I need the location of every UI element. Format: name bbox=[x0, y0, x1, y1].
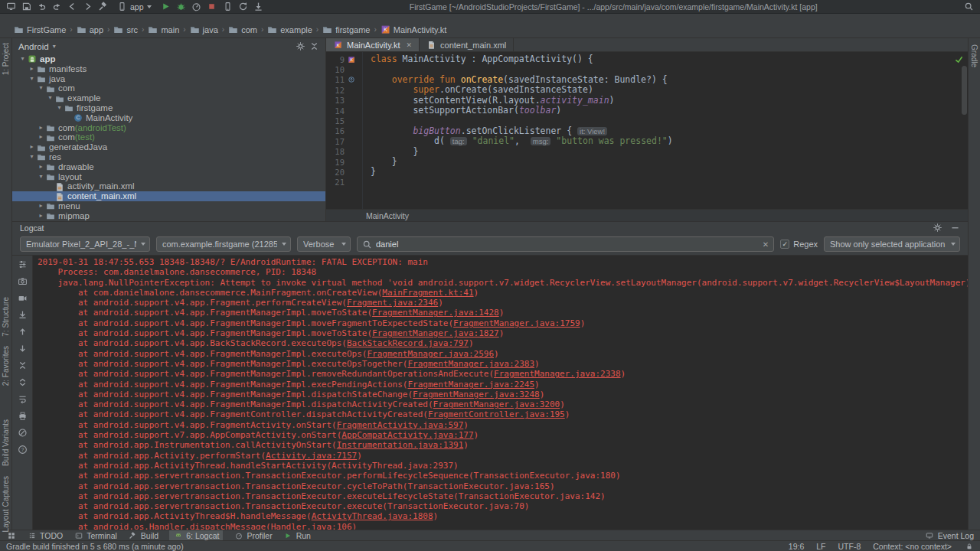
editor-tab-content-main-xml[interactable]: content_main.xml bbox=[420, 38, 514, 51]
save-icon[interactable] bbox=[21, 2, 31, 11]
tree-item-firstgame[interactable]: ▾firstgame bbox=[12, 103, 325, 113]
stacktrace-link[interactable]: Instrumentation.java:1391 bbox=[337, 440, 464, 450]
close-tab-icon[interactable]: ✕ bbox=[406, 41, 412, 49]
avd-icon[interactable] bbox=[223, 2, 233, 11]
project-view-selector[interactable]: Android bbox=[18, 42, 49, 51]
settings-icon[interactable] bbox=[18, 259, 28, 269]
stripe-button-2-favorites[interactable]: 2: Favorites bbox=[2, 346, 10, 386]
chevron-right-icon[interactable]: ▸ bbox=[28, 142, 36, 152]
sync-icon[interactable] bbox=[238, 2, 248, 11]
editor-tab-mainactivity-kt[interactable]: KMainActivity.kt✕ bbox=[326, 38, 420, 51]
minimize-icon[interactable] bbox=[950, 223, 960, 233]
camera-icon[interactable] bbox=[18, 276, 28, 286]
tree-item-drawable[interactable]: ▸drawable bbox=[12, 162, 325, 172]
breadcrumb-item[interactable]: example bbox=[267, 24, 312, 34]
logcat-filter-selector[interactable]: Show only selected application bbox=[824, 236, 960, 252]
breadcrumb-item[interactable]: src bbox=[113, 24, 138, 34]
stacktrace-link[interactable]: FragmentManager.java:3200 bbox=[433, 399, 560, 409]
tree-item-example[interactable]: ▾example bbox=[12, 93, 325, 103]
breadcrumb-item[interactable]: firstgame bbox=[322, 24, 370, 34]
scroll-down-icon[interactable] bbox=[18, 310, 28, 320]
logcat-output[interactable]: 2019-01-31 18:47:55.653 18348-18348/? E/… bbox=[33, 256, 968, 530]
soft-wrap-icon[interactable] bbox=[18, 394, 28, 404]
stacktrace-link[interactable]: BackStackRecord.java:797 bbox=[347, 338, 469, 348]
tree-item-content-main-xml[interactable]: content_main.xml bbox=[12, 191, 325, 201]
stacktrace-link[interactable]: FragmentManager.java:1759 bbox=[453, 318, 580, 328]
stacktrace-link[interactable]: FragmentController.java:195 bbox=[428, 409, 565, 419]
inspection-status-icon[interactable] bbox=[954, 54, 964, 64]
chevron-down-icon[interactable]: ▾ bbox=[46, 93, 54, 103]
collapse-all-icon[interactable] bbox=[309, 41, 319, 51]
chevron-down-icon[interactable]: ▾ bbox=[37, 172, 45, 182]
chevron-down-icon[interactable]: ▾ bbox=[28, 74, 36, 84]
stripe-button-1-project[interactable]: 1: Project bbox=[2, 43, 10, 75]
stacktrace-link[interactable]: FragmentManager.java:1428 bbox=[372, 308, 499, 318]
clear-search-icon[interactable]: ✕ bbox=[763, 240, 769, 249]
chevron-right-icon[interactable]: ▸ bbox=[37, 162, 45, 172]
debug-icon[interactable] bbox=[176, 2, 186, 11]
stacktrace-link[interactable]: FragmentManager.java:2596 bbox=[367, 349, 494, 359]
stacktrace-link[interactable]: FragmentManager.java:2245 bbox=[407, 380, 534, 390]
chevron-right-icon[interactable]: ▸ bbox=[37, 132, 45, 142]
breadcrumb-item[interactable]: com bbox=[228, 24, 257, 34]
lock-icon[interactable] bbox=[964, 541, 974, 551]
hammer-icon[interactable] bbox=[98, 2, 108, 11]
clear-icon[interactable] bbox=[18, 428, 28, 438]
tree-item-layout[interactable]: ▾layout bbox=[12, 172, 325, 182]
stripe-button-gradle[interactable]: Gradle bbox=[970, 44, 978, 67]
stacktrace-link[interactable]: Fragment.java:2346 bbox=[347, 298, 438, 308]
kotlin-icon[interactable]: K bbox=[347, 54, 357, 64]
gear-icon[interactable] bbox=[933, 223, 942, 233]
chevron-down-icon[interactable]: ▾ bbox=[18, 54, 27, 64]
sdk-icon[interactable] bbox=[253, 2, 263, 11]
stacktrace-link[interactable]: MainFragment.kt:41 bbox=[382, 288, 473, 298]
print-icon[interactable] bbox=[18, 411, 28, 421]
tree-item-menu[interactable]: ▸menu bbox=[12, 201, 325, 211]
breadcrumb-item[interactable]: main bbox=[148, 24, 179, 34]
stacktrace-link[interactable]: FragmentManager.java:2338 bbox=[494, 369, 621, 379]
help-icon[interactable]: ? bbox=[18, 445, 28, 455]
profiler-icon[interactable] bbox=[191, 2, 201, 11]
collapse-icon[interactable] bbox=[18, 360, 28, 370]
stacktrace-link[interactable]: FragmentManager.java:1827 bbox=[372, 328, 499, 338]
tree-item-mipmap[interactable]: ▸mipmap bbox=[12, 211, 325, 221]
stacktrace-link[interactable]: FragmentActivity.java:597 bbox=[337, 420, 464, 430]
chevron-right-icon[interactable]: ▸ bbox=[37, 201, 45, 211]
chevron-down-icon[interactable]: ▾ bbox=[55, 103, 64, 113]
arrow-up-icon[interactable] bbox=[18, 327, 28, 337]
stop-icon[interactable] bbox=[207, 2, 217, 11]
run-icon[interactable] bbox=[161, 2, 171, 11]
stripe-button-layout-captures[interactable]: Layout Captures bbox=[2, 476, 10, 532]
tool-window-button-6-logcat[interactable]: 6: Logcat bbox=[169, 530, 223, 541]
arrow-down-icon[interactable] bbox=[18, 344, 28, 354]
undo-icon[interactable] bbox=[37, 2, 47, 11]
code-editor[interactable]: class MainActivity : AppCompatActivity()… bbox=[363, 52, 968, 209]
tool-window-button-todo[interactable]: TODO bbox=[27, 530, 63, 541]
tool-window-button-run[interactable]: Run bbox=[283, 530, 311, 541]
tree-item-res[interactable]: ▾res bbox=[12, 152, 325, 162]
back-icon[interactable] bbox=[67, 2, 77, 11]
logcat-panel-title[interactable]: Logcat bbox=[20, 223, 44, 233]
tree-item-generatedjava[interactable]: ▸generatedJava bbox=[12, 142, 325, 152]
log-level-selector[interactable]: Verbose bbox=[297, 236, 351, 252]
tool-window-button-build[interactable]: Build bbox=[128, 530, 158, 541]
context-indicator[interactable]: Context: <no context> bbox=[873, 542, 952, 551]
chevron-right-icon[interactable]: ▸ bbox=[37, 211, 45, 221]
chevron-down-icon[interactable]: ▾ bbox=[37, 83, 45, 93]
stacktrace-link[interactable]: ActivityThread.java:1808 bbox=[312, 511, 433, 521]
chevron-right-icon[interactable]: ▸ bbox=[28, 64, 36, 74]
tree-item-mainactivity[interactable]: CMainActivity bbox=[12, 113, 325, 123]
stacktrace-link[interactable]: Activity.java:7157 bbox=[266, 451, 357, 461]
event-log-button[interactable]: Event Log bbox=[925, 530, 974, 541]
monitor-icon[interactable] bbox=[6, 2, 16, 11]
stripe-button-build-variants[interactable]: Build Variants bbox=[2, 419, 10, 466]
tree-item-app[interactable]: ▾app bbox=[12, 54, 325, 64]
override-icon[interactable] bbox=[347, 75, 357, 85]
regex-option[interactable]: ✓ Regex bbox=[780, 240, 818, 249]
tree-item-activity-main-xml[interactable]: activity_main.xml bbox=[12, 181, 325, 191]
tree-item-com-androidtest[interactable]: ▸com (androidTest) bbox=[12, 123, 325, 133]
logcat-search-field[interactable]: ✕ bbox=[357, 236, 774, 252]
logcat-search-input[interactable] bbox=[376, 240, 759, 249]
gear-icon[interactable] bbox=[296, 41, 305, 51]
tree-item-manifests[interactable]: ▸manifests bbox=[12, 64, 325, 74]
